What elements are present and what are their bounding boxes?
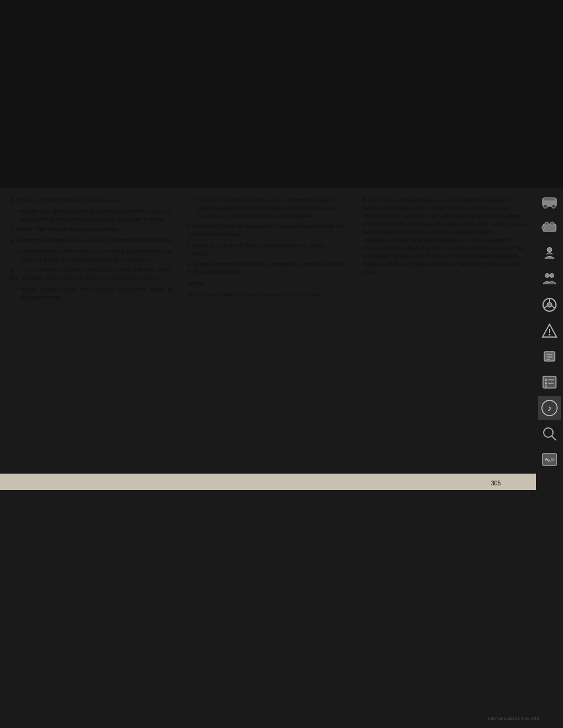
item-7-text: When your device finds the Uconnect sys-… [187,242,324,257]
item-2-text: Push the PHONE button on the faceplate. [17,196,120,203]
note-label: NOTE: [187,280,205,287]
item-2-bullet: • If there is no devices currently con-n… [11,207,174,223]
item-9: 9. When the pairing process has successf… [363,196,527,277]
column-middle: • Search for available devices on your B… [181,196,357,465]
svg-rect-6 [551,222,554,225]
item-5: 5. If No is selected, and you still woul… [11,266,174,282]
svg-line-14 [544,306,547,308]
footer-left [0,474,536,480]
svg-point-3 [552,205,555,208]
bottom-content: carmanualsonline.info [0,490,563,728]
car-front-icon[interactable] [538,190,561,213]
item-4-bullet-text: Select Bluetooth and ensure it is en-abl… [21,247,174,264]
search-icon[interactable] [538,422,561,445]
svg-point-12 [547,302,552,307]
settings-list-icon[interactable] [538,370,561,394]
item-2-num: 2. [11,196,15,203]
svg-line-15 [552,306,555,308]
top-dark-section [0,0,563,188]
item-3-num: 3. [11,226,15,232]
svg-rect-4 [543,224,556,232]
item-3-text: Select "Yes" to begin the pairing proces… [17,226,118,232]
svg-rect-5 [545,222,548,225]
svg-point-9 [545,274,550,278]
item-6-text: Uconnect Phone will display an in prog-r… [187,223,343,237]
bullet-symbol: • [16,207,18,223]
svg-rect-7 [542,226,544,229]
item-4-bullet: • Select Bluetooth and ensure it is en-a… [11,247,174,264]
page-number-row: 305 [0,480,563,490]
item-8-text: When prompted on the device, accept the … [187,261,345,275]
item-6: 6. Uconnect Phone will display an in pro… [187,222,351,239]
item-5-text: If No is selected, and you still would l… [11,266,171,281]
svg-point-24 [545,379,547,381]
footer-sidebar-filler [536,474,563,480]
item-2: 2. Push the PHONE button on the faceplat… [11,196,174,204]
item-6-num: 6. [187,223,192,229]
warning-icon[interactable] [538,319,561,342]
item-7: 7. When your device finds the Uconnect s… [187,241,351,258]
item-2-bullet-text: If there is no devices currently con-nec… [21,207,174,223]
middle-bullet-1: • Search for available devices on your B… [187,196,351,220]
page-num-sidebar [536,480,563,490]
svg-point-2 [544,205,547,208]
svg-rect-23 [543,376,556,388]
item-9-text: When the pairing process has successfull… [363,196,527,275]
column-left: 2. Push the PHONE button on the faceplat… [11,196,181,465]
svg-point-18 [549,334,551,336]
people-icon[interactable] [538,267,561,291]
item-9-num: 9. [363,196,368,203]
svg-text:D: D [551,457,555,462]
svg-point-8 [547,247,552,252]
sidebar: ♪ A ic D [536,188,563,474]
bullet-symbol-4: • [193,196,195,220]
svg-rect-1 [544,197,555,200]
item-5-num: 5. [11,266,15,273]
page-footer [0,474,563,480]
tools-icon[interactable] [538,345,561,368]
item-8: 8. When prompted on the device, accept t… [187,260,351,277]
watermark: carmanualsonline.info [488,716,540,721]
item-4-num: 4. [11,237,15,243]
page-outer: 2. Push the PHONE button on the faceplat… [0,0,563,728]
svg-point-28 [545,386,547,387]
main-content-area: 2. Push the PHONE button on the faceplat… [0,188,536,474]
item-5-bullet: • Select "Paired Phones" then press the … [11,285,174,301]
item-4: 4. Search for available devices on your … [11,236,174,244]
item-5-bullet-text: Select "Paired Phones" then press the "A… [21,285,174,301]
svg-point-31 [544,428,553,437]
svg-point-10 [550,274,554,278]
middle-bullet-1-text: Search for available devices on your Blu… [198,196,351,220]
svg-line-32 [552,436,556,440]
svg-text:♪: ♪ [548,403,552,413]
bullet-symbol-2: • [16,247,18,264]
engine-icon[interactable] [538,216,561,239]
bottom-dark-section: carmanualsonline.info [0,490,563,728]
bluetooth-music-icon[interactable]: ♪ [538,396,561,420]
note-text: Some devices will require you to enter t… [187,291,351,299]
item-3: 3. Select "Yes" to begin the pairing pro… [11,225,174,233]
content-band: 2. Push the PHONE button on the faceplat… [0,188,563,474]
steering-wheel-icon[interactable] [538,293,561,317]
column-right: 9. When the pairing process has successf… [357,196,527,465]
bullet-symbol-3: • [16,285,18,301]
page-number: 305 [0,480,536,490]
safety-icon[interactable] [538,241,561,265]
svg-point-26 [545,382,547,385]
language-icon[interactable]: A ic D [538,448,561,471]
item-8-num: 8. [187,261,192,267]
item-4-text: Search for available devices on your Blu… [17,237,172,243]
item-7-num: 7. [187,242,192,249]
note-section: NOTE: Some devices will require you to e… [187,280,351,299]
